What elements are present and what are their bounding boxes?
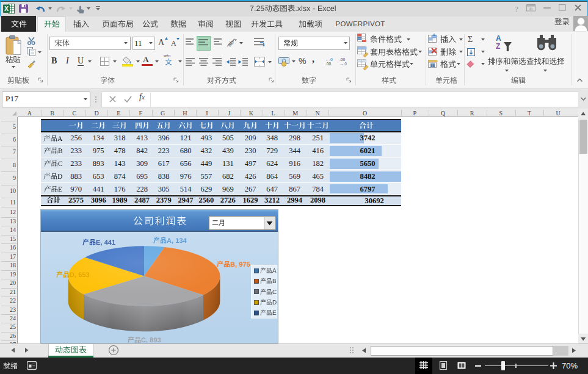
svg-text:←.0: ←.0 (325, 57, 333, 62)
svg-text:.00: .00 (339, 57, 345, 62)
svg-text:→.0: →.0 (339, 62, 347, 66)
svg-text:A: A (496, 34, 501, 43)
svg-text:?: ? (515, 5, 518, 13)
svg-text:.00: .00 (325, 62, 331, 66)
svg-text:X: X (4, 5, 9, 12)
svg-text:Z: Z (496, 42, 500, 51)
